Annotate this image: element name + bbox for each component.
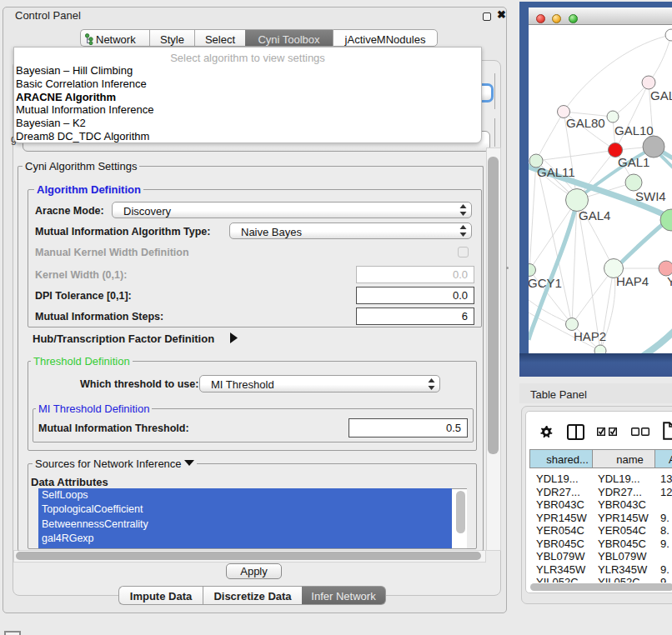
svg-text:GAL1: GAL1 (618, 155, 649, 169)
svg-text:GAL7: GAL7 (650, 88, 672, 102)
svg-text:GAL80: GAL80 (566, 116, 605, 130)
svg-text:HAP4: HAP4 (616, 274, 649, 288)
svg-text:GAL10: GAL10 (614, 123, 654, 138)
svg-text:HAP2: HAP2 (574, 329, 606, 343)
svg-text:GCY1: GCY1 (529, 276, 562, 290)
svg-text:YD: YD (667, 274, 672, 288)
svg-text:GAL4: GAL4 (579, 208, 610, 222)
svg-text:SWI4: SWI4 (635, 189, 666, 203)
svg-text:GAL11: GAL11 (537, 165, 575, 179)
